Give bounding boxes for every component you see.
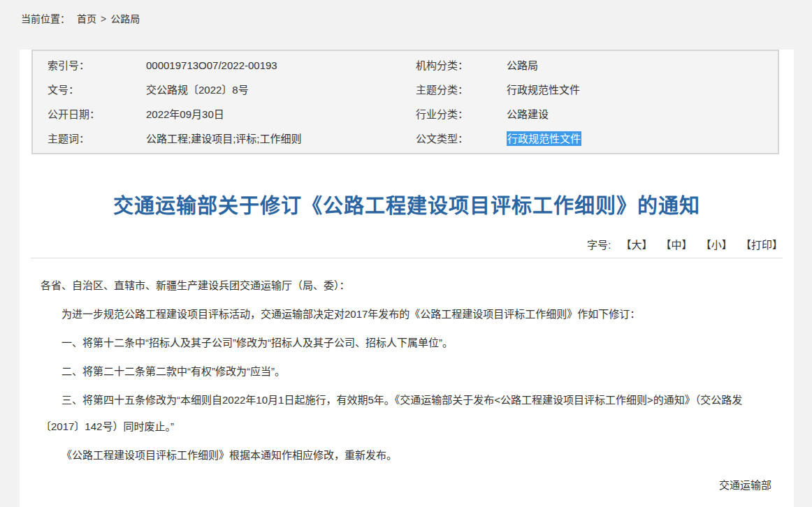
- document-body: 各省、自治区、直辖市、新疆生产建设兵团交通运输厅（局、委）： 为进一步规范公路工…: [20, 258, 794, 507]
- paragraph-intro: 为进一步规范公路工程建设项目评标活动，交通运输部决定对2017年发布的《公路工程…: [41, 301, 771, 328]
- meta-label-industry-category: 行业分类：: [416, 102, 507, 126]
- document-card: 索引号： 000019713O07/2022-00193 机构分类： 公路局 文…: [20, 50, 794, 507]
- breadcrumb-label: 当前位置：: [21, 13, 70, 24]
- paragraph-item-3: 三、将第四十五条修改为“本细则自2022年10月1日起施行，有效期5年。《交通运…: [41, 387, 771, 440]
- font-size-label: 字号:: [587, 239, 611, 251]
- meta-label-doc-type: 公文类型：: [416, 126, 507, 151]
- meta-value-index-no: 000019713O07/2022-00193: [146, 53, 416, 78]
- meta-label-keywords: 主题词：: [48, 126, 146, 151]
- meta-row: 公开日期： 2022年09月30日 行业分类： 公路建设: [33, 102, 778, 126]
- meta-value-topic-category: 行政规范性文件: [507, 78, 778, 102]
- print-button[interactable]: 【打印】: [741, 239, 783, 251]
- font-medium-button[interactable]: 【中】: [661, 239, 693, 251]
- meta-value-org-category: 公路局: [507, 53, 778, 78]
- document-title: 交通运输部关于修订《公路工程建设项目评标工作细则》的通知: [48, 189, 766, 219]
- meta-row: 文号： 交公路规〔2022〕8号 主题分类： 行政规范性文件: [33, 78, 778, 102]
- font-small-button[interactable]: 【小】: [701, 239, 732, 251]
- paragraph-salutation: 各省、自治区、直辖市、新疆生产建设兵团交通运输厅（局、委）：: [41, 272, 771, 299]
- meta-value-doc-type-highlighted: 行政规范性文件: [507, 131, 581, 146]
- meta-row: 主题词： 公路工程;建设项目;评标;工作细则 公文类型： 行政规范性文件: [33, 126, 778, 151]
- font-large-button[interactable]: 【大】: [621, 239, 652, 251]
- font-size-bar: 字号: 【大】 【中】 【小】 【打印】: [20, 237, 794, 251]
- meta-label-index-no: 索引号：: [48, 53, 146, 78]
- paragraph-closing: 《公路工程建设项目评标工作细则》根据本通知作相应修改，重新发布。: [41, 442, 771, 469]
- signature-date: 2022年9月30日: [41, 501, 771, 507]
- breadcrumb-home-link[interactable]: 首页: [77, 13, 96, 24]
- meta-label-doc-no: 文号：: [48, 78, 146, 102]
- meta-value-publish-date: 2022年09月30日: [146, 102, 416, 126]
- meta-value-doc-no: 交公路规〔2022〕8号: [146, 78, 416, 102]
- meta-label-org-category: 机构分类：: [416, 53, 507, 78]
- signature-org: 交通运输部: [41, 472, 771, 499]
- meta-value-industry-category: 公路建设: [507, 102, 778, 126]
- meta-value-keywords: 公路工程;建设项目;评标;工作细则: [146, 126, 416, 151]
- breadcrumb: 当前位置：首页>公路局: [0, 0, 812, 35]
- meta-label-topic-category: 主题分类：: [416, 78, 507, 102]
- paragraph-item-1: 一、将第十二条中“招标人及其子公司”修改为“招标人及其子公司、招标人下属单位”。: [41, 330, 771, 356]
- meta-row: 索引号： 000019713O07/2022-00193 机构分类： 公路局: [33, 53, 778, 78]
- breadcrumb-separator: >: [101, 13, 106, 24]
- meta-label-publish-date: 公开日期：: [48, 102, 146, 126]
- breadcrumb-section-link[interactable]: 公路局: [110, 13, 140, 24]
- meta-table: 索引号： 000019713O07/2022-00193 机构分类： 公路局 文…: [31, 50, 779, 154]
- paragraph-item-2: 二、将第二十二条第二款中“有权”修改为“应当”。: [41, 358, 771, 385]
